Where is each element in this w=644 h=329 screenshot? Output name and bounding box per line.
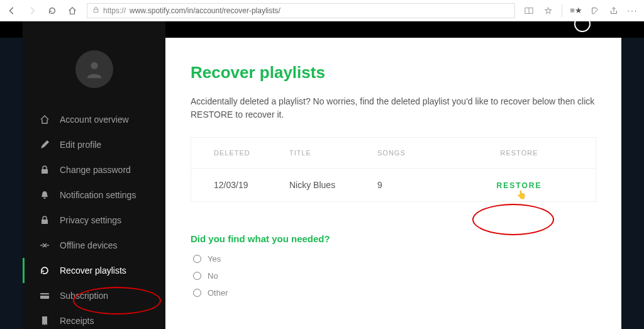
table-row: 12/03/19 Nicky Blues 9 RESTORE 👆: [191, 168, 596, 201]
sidebar-item-recover-playlists[interactable]: Recover playlists: [23, 258, 165, 283]
cell-deleted: 12/03/19: [214, 180, 289, 190]
sidebar-item-label: Notification settings: [60, 190, 136, 200]
svg-point-3: [91, 62, 97, 69]
feedback-option-yes[interactable]: Yes: [191, 254, 596, 264]
lock-icon: [40, 215, 50, 225]
account-sidebar: Account overview Edit profile Change pas…: [23, 21, 165, 329]
address-bar[interactable]: https://www.spotify.com/in/account/recov…: [87, 3, 515, 18]
radio-no[interactable]: [193, 272, 201, 280]
chrome-right-icons: ☆ ≡★ ···: [524, 4, 638, 17]
svg-rect-4: [42, 169, 48, 174]
main-content: Recover playlists Accidentally deleted a…: [165, 38, 621, 329]
option-label: Yes: [208, 254, 221, 264]
receipt-icon: [40, 316, 50, 326]
card-icon: [40, 291, 50, 301]
svg-rect-5: [42, 220, 48, 224]
option-label: Other: [208, 288, 228, 298]
forward-button[interactable]: [26, 5, 38, 16]
browser-chrome: https://www.spotify.com/in/account/recov…: [0, 0, 644, 21]
sidebar-item-offline-devices[interactable]: Offline devices: [23, 233, 165, 258]
lock-icon: [40, 165, 50, 175]
notes-icon[interactable]: [590, 6, 600, 16]
restore-label: RESTORE: [497, 181, 542, 190]
sidebar-item-label: Receipts: [60, 316, 94, 326]
url-protocol: https://: [103, 6, 126, 15]
sidebar-item-label: Subscription: [60, 291, 108, 301]
col-restore: RESTORE: [465, 149, 573, 157]
page-viewport: Account overview Edit profile Change pas…: [0, 21, 644, 329]
pencil-icon: [40, 140, 50, 150]
url-path: www.spotify.com/in/account/recover-playl…: [130, 6, 280, 15]
sidebar-item-label: Privacy settings: [60, 215, 121, 225]
favorite-star-icon[interactable]: ☆: [543, 6, 553, 16]
radio-other[interactable]: [193, 289, 201, 297]
restore-button[interactable]: RESTORE 👆: [497, 181, 542, 190]
svg-rect-7: [40, 294, 49, 296]
lock-icon: [92, 6, 99, 15]
col-deleted: DELETED: [214, 149, 289, 157]
sidebar-item-label: Change password: [60, 165, 131, 175]
reading-view-icon[interactable]: [524, 6, 534, 16]
sidebar-item-notification-settings[interactable]: Notification settings: [23, 182, 165, 208]
sidebar-item-receipts[interactable]: Receipts: [23, 308, 165, 329]
back-button[interactable]: [6, 5, 18, 16]
sidebar-item-privacy-settings[interactable]: Privacy settings: [23, 208, 165, 233]
sidebar-item-label: Recover playlists: [60, 265, 126, 276]
share-icon[interactable]: [609, 6, 619, 16]
cell-songs: 9: [377, 180, 465, 190]
feedback-option-no[interactable]: No: [191, 271, 596, 281]
sidebar-item-label: Offline devices: [60, 240, 118, 250]
sidebar-item-edit-profile[interactable]: Edit profile: [23, 132, 165, 157]
col-songs: SONGS: [377, 149, 465, 157]
sidebar-item-label: Account overview: [60, 114, 129, 125]
svg-rect-0: [94, 9, 98, 12]
recover-icon: [40, 265, 50, 276]
feedback-section: Did you find what you needed? Yes No Oth…: [191, 233, 596, 298]
cell-title: Nicky Blues: [289, 180, 377, 190]
home-icon: [40, 114, 50, 125]
sidebar-item-change-password[interactable]: Change password: [23, 157, 165, 182]
playlists-table: DELETED TITLE SONGS RESTORE 12/03/19 Nic…: [191, 137, 596, 202]
option-label: No: [208, 271, 218, 281]
home-button[interactable]: [67, 5, 78, 16]
profile-avatar[interactable]: [75, 50, 113, 88]
page-description: Accidentally deleted a playlist? No worr…: [191, 95, 596, 121]
sidebar-item-subscription[interactable]: Subscription: [23, 283, 165, 308]
table-header: DELETED TITLE SONGS RESTORE: [191, 138, 596, 168]
person-icon: [84, 59, 105, 80]
cell-restore: RESTORE 👆: [465, 180, 573, 190]
refresh-button[interactable]: [47, 5, 58, 16]
bell-icon: [40, 190, 50, 200]
feedback-option-other[interactable]: Other: [191, 288, 596, 298]
offline-icon: [40, 240, 50, 250]
svg-rect-6: [40, 293, 49, 299]
feedback-question: Did you find what you needed?: [191, 233, 596, 244]
col-title: TITLE: [289, 149, 377, 157]
sidebar-item-account-overview[interactable]: Account overview: [23, 107, 165, 132]
more-icon[interactable]: ···: [628, 6, 638, 16]
pointer-cursor-icon: 👆: [516, 190, 528, 199]
sidebar-item-label: Edit profile: [60, 140, 101, 150]
favorites-list-icon[interactable]: ≡★: [571, 6, 581, 16]
radio-yes[interactable]: [193, 255, 201, 263]
page-title: Recover playlists: [191, 63, 596, 82]
